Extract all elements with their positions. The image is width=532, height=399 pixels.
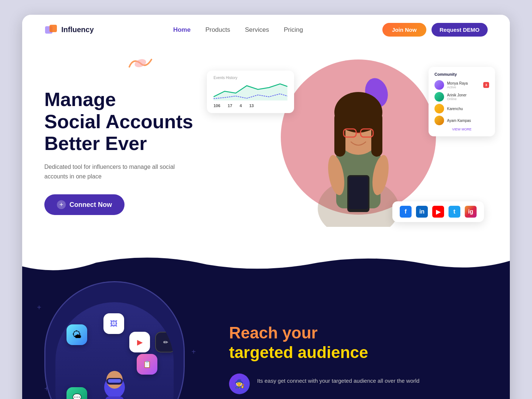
nav-home[interactable]: Home xyxy=(173,26,191,34)
social-icons-card: f in ▶ t ig xyxy=(392,201,484,222)
avatar-1 xyxy=(434,80,444,90)
join-now-button[interactable]: Join Now xyxy=(382,23,426,37)
logo-icon xyxy=(44,23,58,37)
reach-description-block: 🧙 Its easy get connect with your targete… xyxy=(229,374,480,394)
nav-actions: Join Now Request DEMO xyxy=(382,23,488,37)
plus-deco-2: + xyxy=(191,348,196,356)
plus-deco-1: + xyxy=(37,303,41,312)
reach-description: Its easy get connect with your targeted … xyxy=(257,374,419,385)
connect-label: Connect Now xyxy=(69,201,112,209)
weather-icon: 🌤 xyxy=(66,324,87,345)
play-icon: ▶ xyxy=(129,332,150,352)
dark-circle-outer: 🌤 🖼 ▶ 📋 ✏ 💬 🥽 🎮 xyxy=(44,281,185,399)
svg-rect-18 xyxy=(105,396,124,399)
nav-products[interactable]: Products xyxy=(205,26,230,34)
person-3d-illustration xyxy=(92,369,137,399)
nav-links: Home Products Services Pricing xyxy=(173,26,303,34)
wave-divider xyxy=(22,252,510,274)
member-name-2: Arinik Joner xyxy=(447,93,467,97)
brand-name: Influency xyxy=(61,25,94,34)
hero-right: Events History 106 17 4 13 Commun xyxy=(229,52,488,229)
svg-rect-1 xyxy=(50,25,57,32)
instagram-icon: ig xyxy=(465,206,477,218)
avatar-2 xyxy=(434,92,444,102)
stat-4: 4 xyxy=(240,103,242,108)
avatar-3 xyxy=(434,104,444,113)
image-icon: 🖼 xyxy=(103,313,124,334)
community-member-4: Ayam Kampas xyxy=(434,116,489,125)
edit-icon: ✏ xyxy=(155,332,174,352)
community-member-3: Karenchu xyxy=(434,104,489,113)
plus-icon: + xyxy=(57,200,66,209)
member-name-1: Monya Raya xyxy=(447,81,468,85)
reach-line2: targeted audience xyxy=(229,343,480,362)
navbar: Influency Home Products Services Pricing… xyxy=(22,15,510,45)
reach-title: Reach your targeted audience xyxy=(229,323,480,362)
message-icon: 💬 xyxy=(66,387,87,399)
nav-pricing[interactable]: Pricing xyxy=(284,26,303,34)
svg-rect-21 xyxy=(108,379,121,383)
youtube-icon: ▶ xyxy=(432,206,444,218)
request-demo-button[interactable]: Request DEMO xyxy=(432,23,488,37)
card-icon: 📋 xyxy=(137,354,157,375)
logo: Influency xyxy=(44,23,94,37)
member-sub-1: Active xyxy=(447,85,468,89)
analytics-card-title: Events History xyxy=(214,76,287,80)
svg-rect-14 xyxy=(349,177,368,209)
facebook-icon: f xyxy=(400,206,412,218)
member-name-4: Ayam Kampas xyxy=(447,119,471,123)
dark-section-right: Reach your targeted audience 🧙 Its easy … xyxy=(207,294,510,399)
avatar-4 xyxy=(434,116,444,125)
dark-section-left: 🌤 🖼 ▶ 📋 ✏ 💬 🥽 🎮 xyxy=(22,274,207,399)
plus-deco-3: + xyxy=(44,385,49,393)
stat-106: 106 xyxy=(214,103,220,108)
member-sub-2: Online xyxy=(447,97,467,101)
connect-now-button[interactable]: + Connect Now xyxy=(44,194,125,215)
community-card: Community Monya Raya Active 3 Arinik Jon… xyxy=(429,67,495,136)
hero-subtitle: Dedicated tool for influencers to manage… xyxy=(44,162,177,181)
analytics-chart xyxy=(214,82,287,100)
dark-circle-inner: 🌤 🖼 ▶ 📋 ✏ 💬 🥽 🎮 xyxy=(55,302,174,399)
community-member-1: Monya Raya Active 3 xyxy=(434,80,489,90)
analytics-card: Events History 106 17 4 13 xyxy=(207,71,294,113)
twitter-icon: t xyxy=(449,206,460,218)
hero-section: Manage Social Accounts Better Ever Dedic… xyxy=(22,45,510,252)
dark-section: 🌤 🖼 ▶ 📋 ✏ 💬 🥽 🎮 xyxy=(22,274,510,399)
community-member-2: Arinik Joner Online xyxy=(434,92,489,102)
linkedin-icon: in xyxy=(416,206,428,218)
reach-line1: Reach your xyxy=(229,323,480,343)
reach-icon: 🧙 xyxy=(229,374,250,394)
hero-left: Manage Social Accounts Better Ever Dedic… xyxy=(44,66,229,215)
hero-title: Manage Social Accounts Better Ever xyxy=(44,89,229,155)
stat-17: 17 xyxy=(228,103,232,108)
community-card-title: Community xyxy=(434,72,489,76)
analytics-stats: 106 17 4 13 xyxy=(214,103,287,108)
nav-services[interactable]: Services xyxy=(245,26,269,34)
member-name-3: Karenchu xyxy=(447,107,463,111)
view-more-link[interactable]: VIEW MORE xyxy=(434,127,489,131)
stat-13: 13 xyxy=(249,103,254,108)
